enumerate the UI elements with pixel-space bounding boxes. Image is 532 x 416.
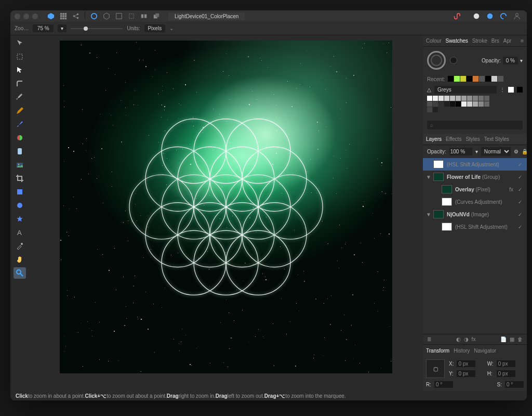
visibility-check-icon[interactable]: ✓	[516, 174, 524, 180]
w-input[interactable]	[497, 360, 515, 367]
snapping-toggle-icon[interactable]	[451, 11, 462, 21]
y-input[interactable]	[457, 370, 475, 377]
grey-swatch[interactable]	[427, 96, 432, 101]
tab-text-styles[interactable]: Text Styles	[484, 136, 509, 142]
visibility-check-icon[interactable]: ✓	[516, 212, 524, 217]
document-tab[interactable]: LightDevice01_ColorPlacen	[168, 12, 245, 20]
tab-stroke[interactable]: Stroke	[472, 38, 487, 44]
assistant-icon[interactable]	[471, 11, 482, 21]
grey-swatch[interactable]	[461, 101, 467, 107]
layer-settings-icon[interactable]: ⚙	[514, 149, 518, 154]
palette-name[interactable]: Greys	[434, 86, 497, 94]
grey-swatch[interactable]	[450, 96, 455, 101]
anchor-selector[interactable]: ▢	[426, 359, 445, 378]
add-pixel-icon[interactable]: ▦	[510, 336, 514, 342]
artboard-tool-icon[interactable]	[14, 51, 26, 62]
persona-draw-icon[interactable]	[88, 11, 100, 21]
layer-row[interactable]: (HSL Shift Adjustment) ✓	[423, 220, 527, 233]
layer-row[interactable]: (HSL Shift Adjustment) ✓	[423, 158, 527, 171]
grey-swatch[interactable]	[438, 96, 444, 101]
help-icon[interactable]	[484, 11, 496, 21]
grey-swatch[interactable]	[473, 96, 478, 101]
grey-swatch[interactable]	[467, 101, 472, 107]
grey-swatch[interactable]	[433, 96, 438, 101]
fx-icon[interactable]: fx	[472, 336, 476, 342]
panel-menu-icon[interactable]: ≡	[521, 38, 524, 44]
tab-appearance[interactable]: Apr	[503, 38, 512, 44]
traffic-close-icon[interactable]	[15, 14, 20, 19]
tab-effects[interactable]: Effects	[446, 136, 461, 142]
h-input[interactable]	[497, 370, 515, 377]
tab-styles[interactable]: Styles	[466, 136, 480, 142]
x-input[interactable]	[457, 360, 475, 367]
opacity-dropdown-icon[interactable]: ▾	[520, 58, 523, 63]
layer-row[interactable]: Overlay (Pixel) fx ✓	[423, 183, 527, 196]
grey-swatch[interactable]	[461, 96, 467, 101]
fill-tool-icon[interactable]	[14, 132, 26, 144]
tab-navigator[interactable]: Navigator	[474, 348, 496, 354]
search-input[interactable]: ⌕	[427, 121, 523, 129]
brush-tool-icon[interactable]	[14, 119, 26, 130]
visibility-check-icon[interactable]: ✓	[516, 187, 524, 192]
disclosure-icon[interactable]: ▼	[426, 212, 430, 217]
recent-swatch[interactable]	[460, 76, 466, 82]
swatch-white[interactable]	[508, 87, 514, 93]
transparency-tool-icon[interactable]	[14, 146, 26, 157]
grey-swatch[interactable]	[433, 107, 438, 112]
swatch-black[interactable]	[517, 87, 523, 93]
place-tool-icon[interactable]	[14, 159, 26, 171]
recent-swatch[interactable]	[473, 76, 478, 82]
recent-swatch[interactable]	[454, 76, 460, 82]
layer-mult-icon[interactable]: ≣	[427, 336, 431, 342]
palette-opts-icon[interactable]: ⋮	[500, 87, 505, 93]
grey-swatch[interactable]	[467, 96, 472, 101]
recent-swatch[interactable]	[467, 76, 472, 82]
tab-layers[interactable]: Layers	[426, 136, 442, 142]
layer-lock-icon[interactable]: 🔒	[522, 149, 527, 154]
visibility-check-icon[interactable]: ✓	[516, 224, 524, 230]
delete-layer-icon[interactable]: 🗑	[517, 336, 523, 342]
traffic-max-icon[interactable]	[32, 14, 38, 19]
hand-tool-icon[interactable]	[14, 254, 26, 265]
zoom-value[interactable]: 75 %	[33, 24, 54, 32]
visibility-check-icon[interactable]: ✓	[516, 162, 524, 167]
sync-icon[interactable]	[498, 11, 509, 21]
app-logo-icon[interactable]	[45, 11, 57, 21]
grey-swatch[interactable]	[456, 101, 461, 107]
snap-icon[interactable]	[126, 11, 137, 21]
traffic-min-icon[interactable]	[23, 14, 29, 19]
layer-row[interactable]: ▼ NjOuNVd (Image) ✓	[423, 208, 527, 220]
ellipse-tool-icon[interactable]	[14, 200, 26, 211]
star-tool-icon[interactable]	[14, 213, 26, 225]
grey-swatch[interactable]	[427, 107, 432, 112]
opacity-value[interactable]: 0 %	[503, 57, 518, 64]
recent-swatch[interactable]	[491, 76, 497, 82]
zoom-tool-icon[interactable]	[14, 267, 26, 279]
mask-icon[interactable]: ◐	[456, 336, 461, 342]
pencil-tool-icon[interactable]	[14, 105, 26, 116]
recent-swatch[interactable]	[479, 76, 485, 82]
tab-colour[interactable]: Colour	[426, 38, 441, 44]
grey-swatch[interactable]	[427, 101, 432, 107]
grey-swatch[interactable]	[484, 101, 489, 107]
visibility-check-icon[interactable]: ✓	[516, 199, 524, 205]
eyedropper-tool-icon[interactable]	[14, 240, 26, 252]
grey-swatch[interactable]	[478, 96, 484, 101]
grid-icon[interactable]	[58, 11, 69, 21]
persona-pixel-icon[interactable]	[101, 11, 112, 21]
tab-brushes[interactable]: Brs	[491, 38, 499, 44]
grey-swatch[interactable]	[438, 101, 444, 107]
r-input[interactable]	[434, 381, 453, 388]
align-icon[interactable]	[138, 11, 150, 21]
grey-swatch[interactable]	[444, 101, 449, 107]
grey-swatch[interactable]	[484, 96, 489, 101]
canvas[interactable]	[60, 41, 392, 373]
persona-export-icon[interactable]	[113, 11, 125, 21]
grey-swatch[interactable]	[433, 101, 438, 107]
arrange-icon[interactable]	[151, 11, 162, 21]
add-layer-icon[interactable]: 📄	[500, 336, 507, 342]
units-dropdown-icon[interactable]: ⌄	[169, 25, 174, 31]
grey-swatch[interactable]	[450, 101, 455, 107]
grey-swatch[interactable]	[444, 96, 449, 101]
recent-swatch[interactable]	[448, 76, 454, 82]
